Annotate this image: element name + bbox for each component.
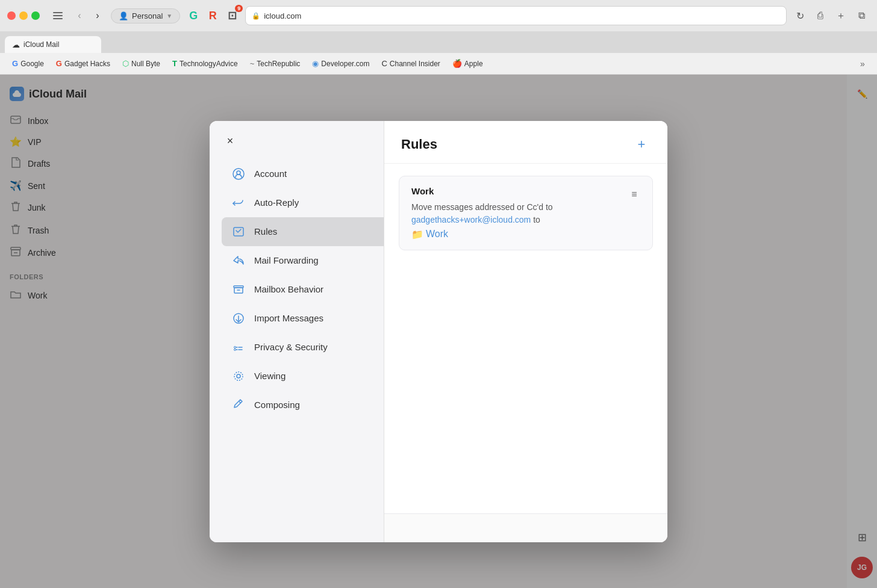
grammarly-extension[interactable]: G — [185, 7, 202, 24]
lock-icon: 🔒 — [252, 12, 260, 20]
composing-icon — [230, 397, 247, 413]
sidebar-toggle-button[interactable] — [49, 7, 66, 24]
rule-folder-icon: 📁 — [411, 229, 423, 240]
svg-point-14 — [237, 374, 240, 378]
new-tab-button[interactable]: ＋ — [832, 7, 849, 24]
account-icon — [230, 166, 247, 182]
bookmark-apple[interactable]: 🍎 Apple — [448, 57, 488, 70]
settings-nav-import-label: Import Messages — [254, 313, 323, 323]
profile-button[interactable]: 👤 Personal ▼ — [111, 8, 180, 23]
settings-nav-viewing[interactable]: Viewing — [222, 362, 384, 391]
svg-rect-0 — [53, 12, 63, 13]
settings-main: Rules + Work Move messages addressed or … — [384, 121, 667, 542]
techrepublic-icon: ~ — [250, 59, 255, 68]
bookmark-developer-label: Developer.com — [321, 60, 369, 68]
svg-point-6 — [233, 169, 244, 179]
developer-icon: ◉ — [312, 59, 319, 68]
settings-nav-autoreply[interactable]: Auto-Reply — [222, 188, 384, 217]
add-rule-button[interactable]: + — [632, 135, 651, 153]
settings-nav-mailbox[interactable]: Mailbox Behavior — [222, 275, 384, 304]
bookmark-channelinsider-label: Channel Insider — [390, 60, 440, 68]
title-bar: ‹ › 👤 Personal ▼ G R ⊡ 9 🔒 icloud.com ↻ … — [0, 0, 877, 31]
bookmark-techrepublic-label: TechRepublic — [257, 60, 300, 68]
profile-icon: 👤 — [119, 11, 128, 20]
extensions-bar: G R ⊡ 9 — [185, 7, 240, 24]
svg-point-13 — [234, 348, 236, 350]
settings-nav-rules-label: Rules — [254, 226, 277, 237]
bookmarks-more-button[interactable]: » — [855, 57, 870, 71]
rule-email-link[interactable]: gadgethacks+work@icloud.com — [411, 215, 531, 224]
techadvice-icon: T — [172, 59, 177, 68]
tab-bar: ☁ iCloud Mail — [0, 31, 877, 53]
fullscreen-window-button[interactable] — [31, 11, 40, 20]
bookmark-google-label: Google — [20, 60, 44, 68]
forwarding-icon — [230, 252, 247, 269]
bookmark-nullbyte[interactable]: ⬡ Null Byte — [117, 57, 165, 70]
privacy-icon — [230, 339, 247, 356]
google-icon: G — [12, 59, 18, 68]
active-tab[interactable]: ☁ iCloud Mail — [5, 36, 101, 53]
tab-overview-button[interactable]: ⧉ — [853, 7, 870, 24]
svg-point-15 — [234, 372, 243, 380]
rule-folder-link[interactable]: Work — [426, 229, 448, 240]
settings-title: Rules — [401, 137, 437, 152]
bookmark-gadgethacks-label: Gadget Hacks — [64, 60, 110, 68]
traffic-lights — [7, 11, 40, 20]
settings-nav-rules[interactable]: Rules — [222, 217, 384, 246]
bookmark-google[interactable]: G Google — [7, 57, 49, 70]
gadgethacks-icon: G — [56, 59, 62, 68]
notification-badge: 9 — [235, 5, 243, 12]
refresh-button[interactable]: ↻ — [791, 7, 808, 24]
apple-icon: 🍎 — [452, 59, 462, 68]
rule-menu-button[interactable]: ≡ — [626, 186, 643, 203]
settings-sidebar: × Account — [210, 121, 384, 542]
notification-extension-wrap: ⊡ 9 — [223, 7, 240, 24]
bookmark-apple-label: Apple — [464, 60, 483, 68]
bookmark-techrepublic[interactable]: ~ TechRepublic — [245, 57, 305, 70]
rule-title: Work — [411, 186, 640, 196]
address-bar[interactable]: 🔒 icloud.com — [245, 6, 787, 25]
svg-rect-1 — [53, 15, 63, 16]
settings-nav-forwarding[interactable]: Mail Forwarding — [222, 246, 384, 275]
settings-nav-composing-label: Composing — [254, 400, 300, 410]
settings-nav-account[interactable]: Account — [222, 159, 384, 188]
toolbar-actions: ↻ ⎙ ＋ ⧉ — [791, 7, 870, 24]
settings-modal: × Account — [210, 121, 667, 542]
rule-desc-prefix: Move messages addressed or Cc'd to — [411, 202, 553, 212]
r-extension[interactable]: R — [204, 7, 221, 24]
settings-nav-account-label: Account — [254, 169, 287, 179]
bookmark-nullbyte-label: Null Byte — [131, 60, 160, 68]
settings-nav-privacy[interactable]: Privacy & Security — [222, 333, 384, 362]
channelinsider-icon: C — [381, 59, 387, 68]
svg-point-7 — [237, 171, 240, 175]
settings-content: Work Move messages addressed or Cc'd to … — [384, 164, 667, 513]
rule-desc-suffix: to — [531, 215, 540, 224]
forward-button[interactable]: › — [89, 7, 106, 24]
bookmarks-bar: G Google G Gadget Hacks ⬡ Null Byte T Te… — [0, 53, 877, 75]
settings-footer — [384, 513, 667, 542]
svg-rect-2 — [53, 18, 63, 19]
profile-label: Personal — [132, 11, 163, 20]
minimize-window-button[interactable] — [19, 11, 28, 20]
autoreply-icon — [230, 194, 247, 211]
close-button[interactable]: × — [222, 133, 239, 150]
bookmark-techadvice-label: TechnologyAdvice — [179, 60, 238, 68]
nav-buttons: ‹ › — [71, 7, 106, 24]
settings-nav-composing[interactable]: Composing — [222, 391, 384, 419]
bookmark-channelinsider[interactable]: C Channel Insider — [376, 57, 445, 70]
settings-nav-privacy-label: Privacy & Security — [254, 342, 328, 352]
settings-nav-forwarding-label: Mail Forwarding — [254, 255, 319, 265]
close-window-button[interactable] — [7, 11, 16, 20]
rule-card: Work Move messages addressed or Cc'd to … — [399, 176, 653, 250]
browser-frame: ‹ › 👤 Personal ▼ G R ⊡ 9 🔒 icloud.com ↻ … — [0, 0, 877, 588]
settings-nav-import[interactable]: Import Messages — [222, 304, 384, 333]
bookmark-gadgethacks[interactable]: G Gadget Hacks — [51, 57, 115, 70]
back-button[interactable]: ‹ — [71, 7, 88, 24]
bookmark-developer[interactable]: ◉ Developer.com — [307, 57, 374, 70]
settings-header: Rules + — [384, 121, 667, 164]
share-button[interactable]: ⎙ — [812, 7, 829, 24]
nullbyte-icon: ⬡ — [122, 59, 129, 68]
rule-description: Move messages addressed or Cc'd to gadge… — [411, 201, 640, 226]
bookmark-techadvice[interactable]: T TechnologyAdvice — [167, 57, 243, 70]
rule-folder: 📁 Work — [411, 229, 640, 240]
